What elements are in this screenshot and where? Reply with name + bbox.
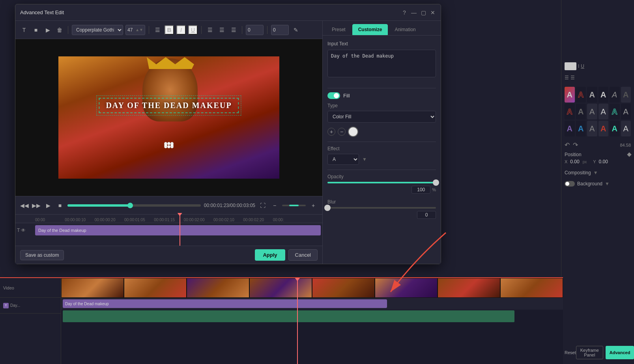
blur-track[interactable] [327, 207, 436, 209]
eye-icon[interactable]: 👁 [21, 228, 26, 233]
fill-toggle[interactable] [327, 92, 340, 99]
rotation-input[interactable] [271, 25, 289, 35]
zoom-slider[interactable] [282, 205, 306, 206]
style-item-12[interactable]: A [621, 104, 631, 119]
minimize-button[interactable]: — [411, 9, 417, 16]
remove-color-button[interactable]: − [338, 128, 346, 136]
blur-value[interactable]: 0 [417, 211, 436, 219]
text-track-icon[interactable]: T [17, 228, 20, 233]
add-color-button[interactable]: + [327, 128, 335, 136]
font-family-select[interactable]: Copperplate Gothi [72, 25, 123, 35]
style-item-3[interactable]: A [587, 87, 597, 103]
progress-track[interactable] [67, 204, 201, 207]
bottom-playhead [297, 278, 298, 364]
blur-thumb[interactable] [324, 205, 331, 211]
italic-format[interactable]: I [578, 63, 579, 69]
undo-button[interactable]: ↶ [565, 141, 570, 149]
handle-tc[interactable] [167, 142, 170, 145]
style-item-5[interactable]: A [610, 87, 620, 103]
background-expand[interactable]: ▼ [605, 181, 610, 187]
image-icon[interactable]: ▶ [43, 25, 52, 35]
underline-format[interactable]: U [581, 63, 584, 69]
advanced-button[interactable]: Advanced [606, 346, 634, 359]
bold-button[interactable]: B [165, 25, 174, 35]
maximize-button[interactable]: ▢ [420, 9, 426, 16]
style-item-10[interactable]: A [598, 104, 609, 119]
redo-button[interactable]: ↷ [573, 141, 578, 149]
panel-buttons: Keyframe Panel Advanced [576, 346, 634, 359]
align-right-icon[interactable]: ☰ [229, 25, 238, 35]
text-clip[interactable]: Day of the Dead makeup [35, 225, 321, 235]
play-button[interactable]: ▶ [44, 201, 52, 210]
input-text-textarea[interactable]: Day of the Dead makeup [327, 50, 436, 77]
style-item-1[interactable]: A [565, 87, 575, 103]
handle-bc[interactable] [167, 145, 170, 148]
style-item-17[interactable]: A [610, 121, 620, 136]
opacity-value[interactable]: 100 [411, 186, 430, 194]
more-options-icon[interactable]: ✎ [291, 25, 301, 35]
cancel-button[interactable]: Cancel [288, 249, 318, 261]
list-icon[interactable]: ☰ [153, 25, 162, 35]
tab-preset[interactable]: Preset [326, 24, 352, 35]
zoom-out-button[interactable]: − [270, 201, 279, 210]
save-as-custom-button[interactable]: Save as custom [20, 250, 64, 260]
text-overlay[interactable]: DAY OF THE DEAD MAKEUP [99, 98, 239, 113]
style-item-14[interactable]: A [576, 121, 586, 136]
step-forward-button[interactable]: ▶▶ [32, 201, 41, 210]
playhead[interactable] [180, 215, 180, 246]
spacing-input[interactable] [246, 25, 264, 35]
style-item-18[interactable]: A [621, 121, 631, 136]
text-tool-icon[interactable]: T [19, 25, 29, 35]
background-toggle[interactable] [565, 181, 575, 187]
opacity-unit: % [432, 187, 436, 192]
zoom-in-button[interactable]: + [309, 201, 318, 210]
align-left-icon[interactable]: ☰ [205, 25, 215, 35]
style-item-15[interactable]: A [587, 121, 597, 136]
style-item-11[interactable]: A [610, 104, 620, 119]
thumb-2 [124, 278, 187, 298]
text-clip-bar[interactable]: Day of the Dead makeup [63, 299, 387, 308]
style-item-9[interactable]: A [587, 104, 597, 119]
style-item-2[interactable]: A [576, 87, 586, 103]
align-left-btn[interactable]: ☰ [565, 75, 569, 80]
help-button[interactable]: ? [401, 9, 408, 16]
tab-customize[interactable]: Customize [352, 24, 388, 35]
italic-button[interactable]: I [176, 25, 186, 35]
align-center-icon[interactable]: ☰ [217, 25, 226, 35]
reset-button[interactable]: Reset [565, 350, 576, 355]
style-item-16[interactable]: A [598, 121, 609, 136]
progress-thumb[interactable] [127, 203, 133, 208]
stop-button[interactable]: ■ [56, 201, 64, 210]
type-select[interactable]: Color Fill [327, 111, 436, 123]
handle-ml[interactable] [164, 144, 167, 147]
style-item-7[interactable]: A [565, 104, 575, 119]
opacity-slider-row: 100 % [327, 182, 436, 194]
fullscreen-button[interactable]: ⛶ [258, 201, 267, 210]
font-size-input[interactable]: 47 ▲▼ [125, 25, 145, 35]
align-right-btn[interactable]: ☰ [570, 75, 575, 80]
color-format-row: I U [565, 62, 631, 70]
color-box[interactable] [565, 62, 576, 70]
style-item-13[interactable]: A [565, 121, 575, 136]
effect-select[interactable]: A [327, 154, 359, 165]
tab-animation[interactable]: Animation [389, 24, 421, 35]
color-swatch[interactable] [348, 127, 358, 137]
position-keyframe-diamond[interactable] [627, 152, 631, 157]
opacity-track[interactable] [327, 182, 436, 183]
compositing-expand[interactable]: ▼ [593, 170, 598, 175]
thumb-3 [187, 278, 249, 298]
text-selection-container[interactable]: DAY OF THE DEAD MAKEUP [165, 143, 172, 147]
step-back-button[interactable]: ◀◀ [20, 201, 29, 210]
apply-button[interactable]: Apply [255, 249, 285, 261]
select-tool-icon[interactable]: ■ [31, 25, 41, 35]
delete-icon[interactable]: 🗑 [55, 25, 64, 35]
opacity-thumb[interactable] [433, 179, 439, 186]
close-button[interactable]: ✕ [430, 9, 436, 16]
handle-mr[interactable] [170, 144, 174, 147]
keyframe-panel-button[interactable]: Keyframe Panel [576, 346, 603, 359]
ruler-mark-6: 00:00:02:10 [213, 218, 243, 222]
underline-button[interactable]: U [188, 25, 198, 35]
style-item-4[interactable]: A [598, 87, 609, 103]
style-item-8[interactable]: A [576, 104, 586, 119]
style-item-6[interactable]: A [621, 87, 631, 103]
